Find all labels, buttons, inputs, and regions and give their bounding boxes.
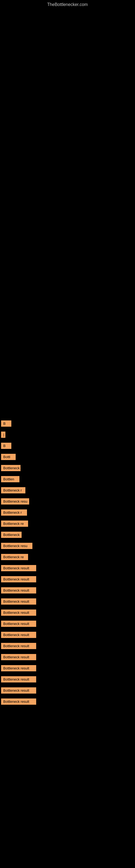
bottleneck-label: | <box>1 432 5 438</box>
bottleneck-label: Bottleneck result <box>1 687 36 693</box>
list-item: Bottleneck <box>0 465 135 472</box>
site-title: TheBottlenecker.com <box>0 0 135 7</box>
list-item: Bottleneck result <box>0 643 135 650</box>
bottleneck-label: Bottleneck r <box>1 487 26 493</box>
list-item: Bottleneck result <box>0 587 135 595</box>
bottleneck-label: Bottleneck <box>1 532 21 538</box>
bottleneck-label: Bottlen <box>1 476 19 482</box>
bottleneck-label: Bottleneck re <box>1 554 28 560</box>
list-item: Bottleneck result <box>0 598 135 606</box>
bottleneck-label: Bottl <box>1 454 16 460</box>
bottleneck-label: Bottleneck <box>1 465 20 471</box>
bottleneck-label: B <box>1 421 11 427</box>
bottleneck-label: Bottleneck result <box>1 654 36 660</box>
bottleneck-label: Bottleneck re <box>1 521 28 527</box>
bottleneck-label: Bottleneck result <box>1 665 36 671</box>
list-item: Bottleneck result <box>0 565 135 572</box>
list-item: B <box>0 421 135 428</box>
bottleneck-label: Bottleneck resu <box>1 543 32 549</box>
bottleneck-label: Bottleneck resu <box>1 498 29 504</box>
bottleneck-label: Bottleneck result <box>1 587 36 593</box>
list-item: Bottl <box>0 454 135 461</box>
list-item: Bottleneck result <box>0 699 135 706</box>
list-item: B <box>0 443 135 450</box>
list-item: Bottleneck result <box>0 665 135 673</box>
list-item: Bottleneck re <box>0 554 135 561</box>
list-item: Bottleneck result <box>0 576 135 584</box>
bottleneck-label: Bottleneck result <box>1 565 36 571</box>
bottleneck-label: Bottleneck result <box>1 676 36 682</box>
list-item: Bottleneck r <box>0 487 135 495</box>
list-item: Bottleneck resu <box>0 543 135 550</box>
bottleneck-label: Bottleneck result <box>1 643 36 649</box>
list-item: Bottleneck resu <box>0 498 135 506</box>
bottleneck-label: Bottleneck result <box>1 610 36 616</box>
bottleneck-label: Bottleneck result <box>1 576 36 582</box>
list-item: | <box>0 432 135 439</box>
bottleneck-label: Bottleneck result <box>1 598 36 604</box>
list-item: Bottlen <box>0 476 135 484</box>
bottleneck-label: Bottleneck r <box>1 509 27 516</box>
list-item: Bottleneck result <box>0 621 135 628</box>
list-item: Bottleneck result <box>0 654 135 661</box>
bottleneck-label: Bottleneck result <box>1 699 36 705</box>
bottleneck-items-container: B|BBottlBottleneckBottlenBottleneck rBot… <box>0 421 135 710</box>
bottleneck-label: B <box>1 443 11 449</box>
list-item: Bottleneck result <box>0 687 135 695</box>
list-item: Bottleneck r <box>0 509 135 517</box>
list-item: Bottleneck result <box>0 676 135 684</box>
list-item: Bottleneck <box>0 532 135 539</box>
bottleneck-label: Bottleneck result <box>1 632 36 638</box>
list-item: Bottleneck re <box>0 521 135 528</box>
list-item: Bottleneck result <box>0 610 135 617</box>
bottleneck-label: Bottleneck result <box>1 621 36 627</box>
list-item: Bottleneck result <box>0 632 135 639</box>
